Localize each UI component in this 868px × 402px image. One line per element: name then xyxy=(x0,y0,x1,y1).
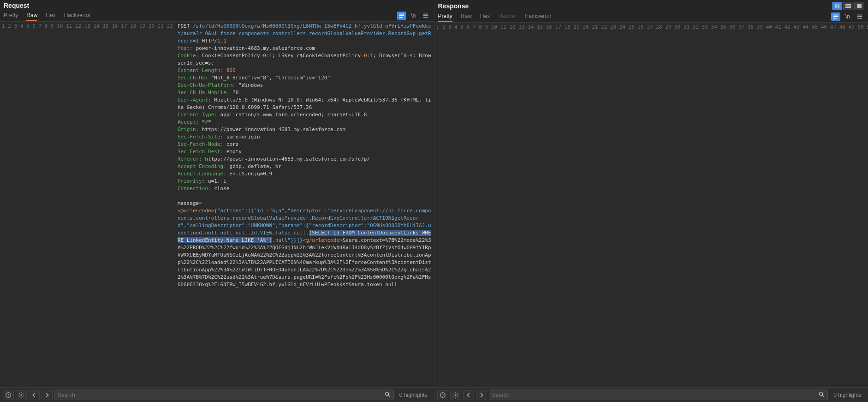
request-pane: Request PrettyRawHexHackvertor \n 1 2 3 … xyxy=(0,0,434,402)
response-search-input[interactable] xyxy=(492,392,819,398)
menu-icon[interactable] xyxy=(855,12,864,21)
svg-rect-15 xyxy=(857,18,862,19)
gear-icon[interactable] xyxy=(450,390,461,400)
svg-rect-1 xyxy=(399,15,404,16)
back-icon[interactable] xyxy=(29,390,40,400)
request-tabs-row: PrettyRawHexHackvertor \n xyxy=(0,9,434,22)
svg-rect-2 xyxy=(399,17,402,18)
response-header: Response xyxy=(434,0,868,10)
response-tabs: PrettyRawHexRenderHackvertor xyxy=(438,11,552,22)
response-content[interactable]: 1 2 3 4 5 6 7 8 9 10 11 12 13 14 15 16 1… xyxy=(434,23,868,387)
view-toggles xyxy=(832,2,864,10)
gear-icon[interactable] xyxy=(16,390,27,400)
response-pane: Response PrettyRawHexRenderHackvertor \n… xyxy=(434,0,868,402)
search-icon[interactable] xyxy=(384,391,391,399)
tab-hackvertor[interactable]: Hackvertor xyxy=(525,11,552,22)
svg-point-8 xyxy=(20,394,22,396)
svg-point-19 xyxy=(820,392,823,396)
help-icon[interactable]: ? xyxy=(3,390,14,400)
tab-hex[interactable]: Hex xyxy=(480,11,490,22)
menu-icon[interactable] xyxy=(421,12,430,20)
svg-rect-4 xyxy=(423,15,428,16)
newline-icon[interactable]: \n xyxy=(409,12,418,20)
app-root: Request PrettyRawHexHackvertor \n 1 2 3 … xyxy=(0,0,868,402)
forward-icon[interactable] xyxy=(42,390,53,400)
tab-pretty[interactable]: Pretty xyxy=(438,11,452,22)
tab-pretty[interactable]: Pretty xyxy=(4,10,18,21)
request-header: Request xyxy=(0,0,434,9)
back-icon[interactable] xyxy=(463,390,474,400)
response-tab-actions: \n xyxy=(831,12,864,21)
svg-text:?: ? xyxy=(442,393,444,396)
help-icon[interactable]: ? xyxy=(437,390,448,400)
newline-icon[interactable]: \n xyxy=(843,12,852,21)
request-footer: ? 0 highlights xyxy=(0,387,434,402)
tab-raw[interactable]: Raw xyxy=(26,10,37,21)
request-tabs: PrettyRawHexHackvertor xyxy=(4,10,91,21)
search-icon[interactable] xyxy=(818,391,825,399)
response-gutter: 1 2 3 4 5 6 7 8 9 10 11 12 13 14 15 16 1… xyxy=(434,23,868,387)
svg-rect-12 xyxy=(833,18,837,19)
forward-icon[interactable] xyxy=(476,390,487,400)
svg-rect-5 xyxy=(423,17,428,18)
response-tabs-row: PrettyRawHexRenderHackvertor \n xyxy=(434,10,868,23)
view-rows-icon[interactable] xyxy=(843,2,853,10)
request-lines-icon[interactable] xyxy=(397,12,406,20)
view-single-icon[interactable] xyxy=(854,2,864,10)
request-highlights: 0 highlights xyxy=(396,392,431,398)
tab-raw[interactable]: Raw xyxy=(461,11,472,22)
request-search[interactable] xyxy=(54,390,394,400)
request-content[interactable]: 1 2 3 4 5 6 7 8 9 10 11 12 13 14 15 16 1… xyxy=(0,22,434,387)
svg-rect-14 xyxy=(857,16,862,17)
response-highlights: 0 highlights xyxy=(830,392,865,398)
request-tab-actions: \n xyxy=(397,12,430,20)
tab-hackvertor[interactable]: Hackvertor xyxy=(64,10,91,21)
response-lines-icon[interactable] xyxy=(831,12,840,21)
request-code[interactable]: POST /sfc/ld/Hs00000lQoxg/a/Hs00000l3Oxg… xyxy=(176,22,434,387)
request-gutter: 1 2 3 4 5 6 7 8 9 10 11 12 13 14 15 16 1… xyxy=(0,22,176,387)
response-search[interactable] xyxy=(489,390,828,400)
response-title: Response xyxy=(438,2,469,10)
svg-text:?: ? xyxy=(7,393,9,396)
tab-hex[interactable]: Hex xyxy=(46,10,55,21)
tab-render[interactable]: Render xyxy=(498,11,516,22)
svg-rect-11 xyxy=(833,16,838,17)
request-search-input[interactable] xyxy=(58,392,384,398)
svg-rect-13 xyxy=(857,15,862,16)
svg-point-9 xyxy=(385,392,388,396)
response-footer: ? 0 highlights xyxy=(434,387,868,402)
view-columns-icon[interactable] xyxy=(832,2,842,10)
request-title: Request xyxy=(4,2,29,9)
svg-rect-10 xyxy=(833,15,838,16)
svg-point-18 xyxy=(455,394,457,396)
svg-rect-0 xyxy=(399,14,404,15)
svg-rect-3 xyxy=(423,14,428,15)
